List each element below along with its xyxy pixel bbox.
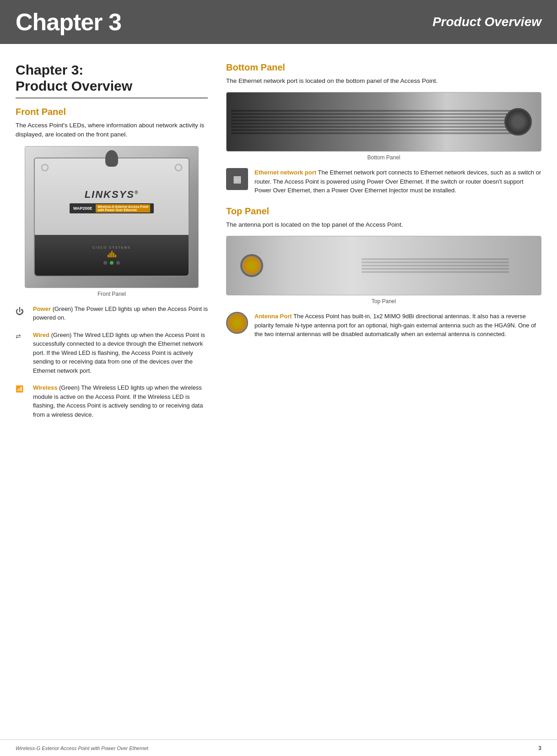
ethernet-block: ▦ Ethernet network port The Ethernet net… <box>226 168 541 195</box>
cisco-bar-1 <box>108 255 109 257</box>
led-dot-3 <box>116 261 120 265</box>
top-panel-vents <box>352 236 541 295</box>
ethernet-port-circle <box>504 108 532 136</box>
front-panel-image: LINKSYS® WAP200E Wireless-G Exterior Acc… <box>25 146 199 288</box>
wireless-icon: 📶 <box>16 384 27 419</box>
cisco-bar-4 <box>113 253 114 257</box>
wired-icon: ⇄ <box>16 332 27 375</box>
top-panel-image <box>226 236 541 295</box>
chapter-title-line2: Product Overview <box>16 78 208 94</box>
wired-label: Wired <box>33 332 49 338</box>
vent-4 <box>231 120 514 121</box>
front-panel-circles <box>35 164 189 171</box>
model-number: WAP200E <box>73 206 92 211</box>
front-circle-right <box>175 164 182 171</box>
cisco-bar-3 <box>111 251 113 257</box>
wireless-label: Wireless <box>33 384 57 391</box>
ethernet-icon: ▦ <box>226 168 248 190</box>
front-panel-caption: Front Panel <box>16 291 208 297</box>
page-footer: Wireless-G Exterior Access Point with Po… <box>0 740 557 756</box>
main-content: Chapter 3: Product Overview Front Panel … <box>0 44 557 446</box>
antenna-icon <box>226 312 248 334</box>
top-panel-caption: Top Panel <box>226 298 541 305</box>
front-panel-heading: Front Panel <box>16 107 208 117</box>
front-panel-top: LINKSYS® WAP200E Wireless-G Exterior Acc… <box>35 158 189 235</box>
chapter-label: Chapter 3 <box>16 8 121 36</box>
front-panel-device: LINKSYS® WAP200E Wireless-G Exterior Acc… <box>34 158 189 277</box>
ethernet-label: Ethernet network port <box>254 169 316 176</box>
led-indicators <box>103 261 120 265</box>
antenna-description: Antenna Port The Access Point has built-… <box>254 312 541 339</box>
led-dot-2 <box>110 261 114 265</box>
top-vent-2 <box>362 261 509 263</box>
footer-page-number: 3 <box>538 745 541 751</box>
model-desc: Wireless-G Exterior Access Pointwith Pow… <box>96 204 150 212</box>
power-description: (Green) The Power LED lights up when the… <box>33 305 208 321</box>
list-item: 📶 Wireless (Green) The Wireless LED ligh… <box>16 383 208 419</box>
chapter-main-title: Chapter 3: Product Overview <box>16 62 208 94</box>
top-vent-1 <box>362 258 509 260</box>
power-label: Power <box>33 305 51 312</box>
led-list: ⏻ Power (Green) The Power LED lights up … <box>16 305 208 419</box>
bottom-panel-description: The Ethernet network port is located on … <box>226 76 541 86</box>
cisco-arch-icon <box>108 251 116 257</box>
vent-5 <box>231 123 514 125</box>
list-item: ⏻ Power (Green) The Power LED lights up … <box>16 305 208 322</box>
product-overview-title: Product Overview <box>433 15 541 29</box>
antenna-block: Antenna Port The Access Point has built-… <box>226 312 541 339</box>
front-panel-description: The Access Point's LEDs, where informati… <box>16 121 208 140</box>
bottom-panel-vents <box>227 92 541 151</box>
wireless-description: (Green) The Wireless LED lights up when … <box>33 384 203 418</box>
antenna-connector <box>240 254 263 277</box>
power-icon: ⏻ <box>16 305 27 322</box>
wireless-text: Wireless (Green) The Wireless LED lights… <box>33 383 208 419</box>
bottom-panel-image <box>226 92 541 152</box>
led-dot-1 <box>103 261 107 265</box>
front-circle-left <box>41 164 49 171</box>
top-vent-5 <box>362 271 509 273</box>
chapter-title-line1: Chapter 3: <box>16 62 208 78</box>
top-panel-description: The antenna port is located on the top p… <box>226 220 541 229</box>
left-column: Chapter 3: Product Overview Front Panel … <box>16 62 208 427</box>
antenna-label: Antenna Port <box>254 313 292 320</box>
top-vent-4 <box>362 268 509 270</box>
front-panel-bottom: CISCO SYSTEMS <box>35 235 189 276</box>
page-header: Chapter 3 Product Overview <box>0 0 557 44</box>
ethernet-description: Ethernet network port The Ethernet netwo… <box>254 168 541 195</box>
top-vent-3 <box>362 265 509 267</box>
vent-6 <box>231 126 514 128</box>
vent-1 <box>231 110 514 112</box>
vent-8 <box>231 132 514 134</box>
cisco-bar-2 <box>109 253 111 257</box>
bottom-panel-heading: Bottom Panel <box>226 62 541 73</box>
footer-product-name: Wireless-G Exterior Access Point with Po… <box>16 745 148 751</box>
vent-2 <box>231 113 514 115</box>
chapter-divider <box>16 98 208 98</box>
power-text: Power (Green) The Power LED lights up wh… <box>33 305 208 322</box>
model-badge: WAP200E Wireless-G Exterior Access Point… <box>70 203 154 213</box>
top-panel-heading: Top Panel <box>226 206 541 217</box>
wired-description: (Green) The Wired LED lights up when the… <box>33 332 205 374</box>
vent-3 <box>231 116 514 118</box>
linksys-logo: LINKSYS® <box>85 189 139 201</box>
bottom-panel-caption: Bottom Panel <box>226 154 541 161</box>
wired-text: Wired (Green) The Wired LED lights up wh… <box>33 331 208 375</box>
vent-7 <box>231 129 514 131</box>
cisco-bar-5 <box>115 255 116 257</box>
right-column: Bottom Panel The Ethernet network port i… <box>226 62 541 427</box>
antenna-text-body: The Access Point has built-in, 1x2 MIMO … <box>254 313 536 337</box>
list-item: ⇄ Wired (Green) The Wired LED lights up … <box>16 331 208 375</box>
cisco-text: CISCO SYSTEMS <box>92 246 131 249</box>
